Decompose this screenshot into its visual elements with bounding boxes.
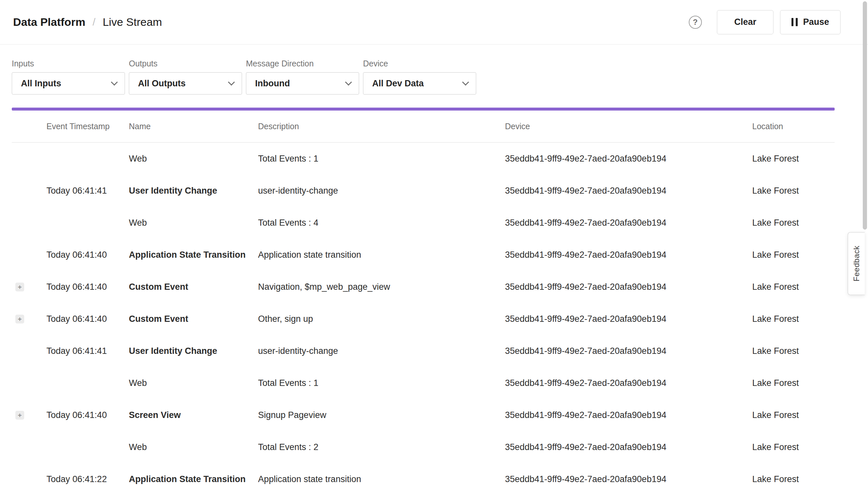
table-row[interactable]: + Today 06:41:40 Custom Event Navigation…	[12, 271, 835, 303]
message-direction-select-value: Inbound	[255, 79, 290, 89]
event-location: Lake Forest	[752, 474, 835, 484]
event-device: 35eddb41-9ff9-49e2-7aed-20afa90eb194	[505, 442, 752, 452]
column-header-location: Location	[752, 122, 835, 131]
event-description: Total Events : 2	[258, 442, 505, 452]
column-header-event-timestamp: Event Timestamp	[46, 122, 129, 131]
table-body: + Web Total Events : 1 35eddb41-9ff9-49e…	[12, 143, 835, 486]
filter-label-inputs: Inputs	[12, 59, 125, 68]
inputs-select-value: All Inputs	[21, 79, 61, 89]
event-description: Signup Pageview	[258, 410, 505, 420]
event-name: Web	[129, 154, 258, 164]
filter-group-outputs: Outputs All Outputs	[129, 59, 242, 94]
event-device: 35eddb41-9ff9-49e2-7aed-20afa90eb194	[505, 474, 752, 484]
event-timestamp: Today 06:41:22	[46, 474, 129, 484]
event-description: user-identity-change	[258, 186, 505, 196]
event-name: Web	[129, 378, 258, 388]
page-header: Data Platform / Live Stream ? Clear Paus…	[0, 0, 868, 44]
pause-button-label: Pause	[803, 17, 829, 27]
event-description: Navigation, $mp_web_page_view	[258, 282, 505, 292]
chevron-down-icon	[111, 79, 118, 85]
device-select[interactable]: All Dev Data	[363, 72, 476, 94]
event-location: Lake Forest	[752, 442, 835, 452]
scrollbar-thumb[interactable]	[863, 1, 867, 230]
event-device: 35eddb41-9ff9-49e2-7aed-20afa90eb194	[505, 250, 752, 260]
table-row[interactable]: + Today 06:41:41 User Identity Change us…	[12, 175, 835, 207]
event-device: 35eddb41-9ff9-49e2-7aed-20afa90eb194	[505, 154, 752, 164]
event-device: 35eddb41-9ff9-49e2-7aed-20afa90eb194	[505, 410, 752, 420]
expand-cell: +	[12, 411, 46, 420]
breadcrumb-separator: /	[93, 16, 95, 28]
filter-group-inputs: Inputs All Inputs	[12, 59, 125, 94]
message-direction-select[interactable]: Inbound	[246, 72, 359, 94]
column-header-name: Name	[129, 122, 258, 131]
device-select-value: All Dev Data	[372, 79, 424, 89]
event-name: Application State Transition	[129, 250, 258, 260]
event-location: Lake Forest	[752, 378, 835, 388]
event-description: Total Events : 1	[258, 378, 505, 388]
event-location: Lake Forest	[752, 154, 835, 164]
pause-icon	[792, 18, 798, 26]
expand-cell: +	[12, 154, 46, 163]
event-timestamp: Today 06:41:40	[46, 314, 129, 324]
outputs-select[interactable]: All Outputs	[129, 72, 242, 94]
table-row[interactable]: + Web Total Events : 2 35eddb41-9ff9-49e…	[12, 431, 835, 463]
breadcrumb-data-platform[interactable]: Data Platform	[13, 16, 85, 28]
filter-label-message-direction: Message Direction	[246, 59, 359, 68]
inputs-select[interactable]: All Inputs	[12, 72, 125, 94]
filters-bar: Inputs All Inputs Outputs All Outputs Me…	[0, 44, 868, 94]
expand-plus-icon[interactable]: +	[16, 315, 24, 324]
event-device: 35eddb41-9ff9-49e2-7aed-20afa90eb194	[505, 282, 752, 292]
event-name: Screen View	[129, 410, 258, 420]
event-location: Lake Forest	[752, 250, 835, 260]
event-device: 35eddb41-9ff9-49e2-7aed-20afa90eb194	[505, 346, 752, 356]
header-actions: ? Clear Pause	[689, 10, 840, 34]
filter-group-device: Device All Dev Data	[363, 59, 476, 94]
event-name: User Identity Change	[129, 186, 258, 196]
table-row[interactable]: + Today 06:41:22 Application State Trans…	[12, 463, 835, 486]
event-location: Lake Forest	[752, 346, 835, 356]
outputs-select-value: All Outputs	[138, 79, 185, 89]
table-row[interactable]: + Web Total Events : 4 35eddb41-9ff9-49e…	[12, 207, 835, 239]
expand-plus-icon[interactable]: +	[16, 411, 24, 420]
event-device: 35eddb41-9ff9-49e2-7aed-20afa90eb194	[505, 378, 752, 388]
expand-cell: +	[12, 250, 46, 260]
chevron-down-icon	[228, 79, 235, 85]
expand-cell: +	[12, 218, 46, 227]
filter-label-device: Device	[363, 59, 476, 68]
expand-cell: +	[12, 475, 46, 484]
event-timestamp: Today 06:41:41	[46, 186, 129, 196]
event-name: Custom Event	[129, 282, 258, 292]
event-location: Lake Forest	[752, 218, 835, 228]
column-header-description: Description	[258, 122, 505, 131]
table-row[interactable]: + Today 06:41:40 Application State Trans…	[12, 239, 835, 271]
table-row[interactable]: + Web Total Events : 1 35eddb41-9ff9-49e…	[12, 367, 835, 399]
feedback-tab[interactable]: Feedback	[848, 232, 865, 295]
expand-plus-icon[interactable]: +	[16, 282, 24, 292]
event-description: Application state transition	[258, 250, 505, 260]
table-row[interactable]: + Today 06:41:41 User Identity Change us…	[12, 335, 835, 367]
filter-label-outputs: Outputs	[129, 59, 242, 68]
chevron-down-icon	[462, 79, 469, 85]
page-title: Live Stream	[103, 16, 162, 28]
table-row[interactable]: + Today 06:41:40 Screen View Signup Page…	[12, 399, 835, 431]
clear-button[interactable]: Clear	[717, 10, 774, 34]
event-timestamp: Today 06:41:41	[46, 346, 129, 356]
event-name: Web	[129, 218, 258, 228]
event-description: Total Events : 4	[258, 218, 505, 228]
event-description: user-identity-change	[258, 346, 505, 356]
expand-cell: +	[12, 315, 46, 324]
event-name: User Identity Change	[129, 346, 258, 356]
event-location: Lake Forest	[752, 282, 835, 292]
filter-group-message-direction: Message Direction Inbound	[246, 59, 359, 94]
event-name: Custom Event	[129, 314, 258, 324]
table-row[interactable]: + Today 06:41:40 Custom Event Other, sig…	[12, 303, 835, 335]
event-description: Total Events : 1	[258, 154, 505, 164]
events-table: Event Timestamp Name Description Device …	[12, 111, 835, 486]
event-timestamp: Today 06:41:40	[46, 410, 129, 420]
pause-button[interactable]: Pause	[780, 10, 840, 34]
help-icon[interactable]: ?	[689, 16, 702, 29]
table-row[interactable]: + Web Total Events : 1 35eddb41-9ff9-49e…	[12, 143, 835, 175]
event-location: Lake Forest	[752, 186, 835, 196]
event-description: Other, sign up	[258, 314, 505, 324]
breadcrumb: Data Platform / Live Stream	[13, 16, 162, 28]
